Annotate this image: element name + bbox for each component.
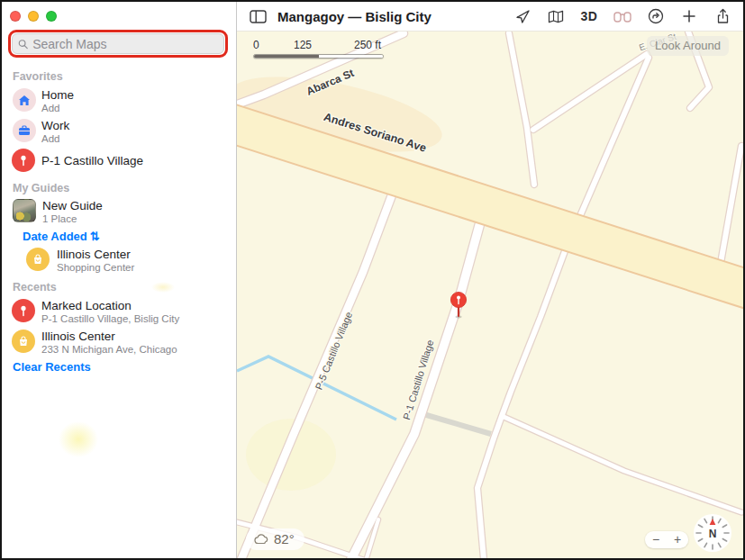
- recent-row-illinois-center[interactable]: Illinois Center 233 N Michigan Ave, Chic…: [12, 330, 177, 356]
- guide-item-subtitle: Shopping Center: [57, 261, 134, 274]
- compass[interactable]: N: [692, 512, 733, 554]
- scale-start: 0: [253, 39, 259, 51]
- recents-header: Recents: [13, 281, 57, 294]
- temperature: 82°: [274, 531, 295, 546]
- maps-window: Favorites Home Add W: [0, 0, 745, 560]
- scale-end: 250 ft: [354, 39, 381, 51]
- sort-arrows-icon: ⇅: [90, 230, 100, 243]
- map-canvas[interactable]: Abarca St Andres Soriano Ave P-5 Castill…: [237, 32, 743, 558]
- guide-item-illinois-center[interactable]: Illinois Center Shopping Center: [26, 248, 134, 274]
- look-around-tooltip: Look Around: [647, 36, 729, 56]
- zoom-in-button[interactable]: +: [667, 531, 688, 548]
- guide-item-title: Illinois Center: [57, 248, 134, 261]
- share-button[interactable]: [713, 7, 731, 25]
- directions-icon: [648, 8, 664, 24]
- guide-photo-thumbnail: [13, 199, 36, 222]
- recent-subtitle: 233 N Michigan Ave, Chicago: [41, 343, 177, 356]
- sidebar-toggle-button[interactable]: [249, 7, 267, 25]
- add-place-button[interactable]: [680, 7, 698, 25]
- titlebar: Mangagoy — Bislig City 3D: [237, 2, 743, 32]
- pin-icon: [12, 149, 35, 172]
- avenue: [237, 121, 743, 294]
- weather-widget[interactable]: 82°: [246, 528, 304, 550]
- zoom-window-button[interactable]: [46, 11, 57, 22]
- location-arrow-icon: [515, 9, 531, 24]
- share-icon: [716, 8, 730, 24]
- favorite-row-home[interactable]: Home Add: [13, 88, 74, 114]
- shopping-bag-icon: [26, 248, 50, 271]
- favorite-title: Work: [41, 119, 69, 132]
- favorite-title: Home: [41, 88, 74, 102]
- zoom-controls: − +: [645, 531, 688, 548]
- recent-title: Illinois Center: [41, 330, 177, 343]
- map-mode-button[interactable]: [547, 7, 565, 25]
- search-highlight-annotation: [8, 30, 228, 58]
- sidebar: Favorites Home Add W: [2, 2, 237, 558]
- window-controls: [10, 11, 57, 22]
- favorite-title: P-1 Castillo Village: [41, 154, 143, 167]
- briefcase-icon: [13, 119, 36, 142]
- compass-north-label: N: [709, 528, 717, 540]
- recent-subtitle: P-1 Castillo Village, Bislig City: [41, 312, 179, 325]
- scale-mid: 125: [294, 39, 312, 51]
- search-input[interactable]: [32, 37, 218, 51]
- directions-button[interactable]: [647, 7, 665, 25]
- highlight-smudge: [59, 421, 98, 457]
- favorite-row-work[interactable]: Work Add: [13, 119, 69, 145]
- cloud-icon: [254, 534, 269, 545]
- shopping-bag-icon: [12, 330, 35, 353]
- highlight-smudge: [151, 282, 175, 293]
- favorite-row-p1-castillo[interactable]: P-1 Castillo Village: [12, 149, 143, 172]
- minimize-window-button[interactable]: [28, 11, 39, 22]
- guide-title: New Guide: [42, 199, 103, 212]
- favorite-subtitle: Add: [41, 132, 69, 145]
- map-streets: Abarca St Andres Soriano Ave P-5 Castill…: [237, 32, 743, 558]
- sort-by-date-added-button[interactable]: Date Added⇅: [23, 230, 100, 243]
- 3d-button[interactable]: 3D: [580, 7, 598, 25]
- close-window-button[interactable]: [10, 11, 21, 22]
- sort-label: Date Added: [23, 230, 87, 243]
- favorite-subtitle: Add: [41, 102, 74, 114]
- zoom-out-button[interactable]: −: [645, 531, 667, 548]
- favorites-header: Favorites: [13, 70, 63, 83]
- map-icon: [548, 10, 564, 23]
- window-title: Mangagoy — Bislig City: [277, 9, 513, 24]
- current-location-button[interactable]: [513, 7, 531, 25]
- recent-title: Marked Location: [41, 299, 179, 312]
- search-icon: [18, 39, 28, 50]
- sidebar-toggle-icon: [250, 10, 267, 23]
- guide-subtitle: 1 Place: [42, 212, 103, 225]
- guide-row-new-guide[interactable]: New Guide 1 Place: [13, 199, 103, 225]
- add-icon: [683, 10, 695, 23]
- street-label-p5-castillo: P-5 Castillo Village: [313, 311, 354, 392]
- binoculars-icon: [613, 10, 631, 23]
- home-icon: [13, 88, 36, 112]
- clear-recents-button[interactable]: Clear Recents: [13, 360, 91, 374]
- map-scale: 0 125 250 ft: [253, 39, 388, 59]
- my-guides-header: My Guides: [13, 182, 69, 194]
- pin-icon: [12, 299, 35, 322]
- look-around-button[interactable]: [613, 7, 631, 25]
- search-input-wrap[interactable]: [12, 33, 224, 54]
- gray-lane: [423, 414, 491, 434]
- map-pane: Mangagoy — Bislig City 3D: [237, 2, 743, 558]
- recent-row-marked-location[interactable]: Marked Location P-1 Castillo Village, Bi…: [12, 299, 179, 325]
